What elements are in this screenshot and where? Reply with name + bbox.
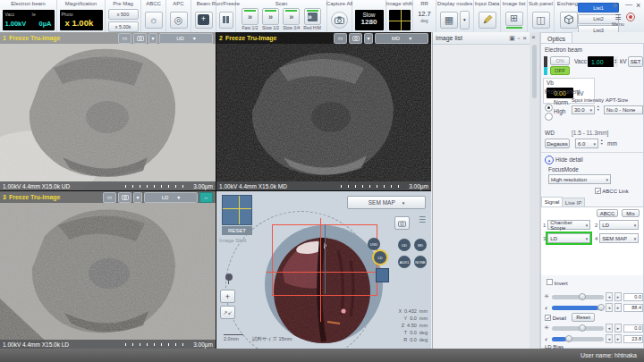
scale-ticks [341, 185, 405, 188]
spot-intensity-dropdown[interactable]: 30.0▾ [572, 105, 595, 114]
apc-button[interactable]: ◎ [170, 12, 188, 29]
mix-button[interactable]: Mix [622, 209, 640, 217]
degauss-button[interactable]: Degauss [545, 139, 570, 148]
spot-spinner[interactable]: ▲▼ [597, 105, 599, 112]
decrement-arrow[interactable]: ◂ [606, 303, 613, 312]
decrement-arrow[interactable]: ◂ [606, 292, 613, 301]
rr-value: 12.7 [418, 10, 431, 18]
float-panel-icon[interactable]: ▫ [518, 35, 520, 41]
detail-contrast-slider[interactable] [552, 337, 604, 341]
detector-uvd-button[interactable]: UVD [368, 238, 380, 250]
apt-size-dropdown[interactable]: No.0 - None [604, 105, 643, 114]
probe-high-radio[interactable] [545, 108, 553, 124]
set-button[interactable]: SET [628, 56, 643, 67]
increment-arrow[interactable]: ▸ [614, 324, 622, 333]
image-shift-pad[interactable] [222, 195, 252, 225]
header-more-dropdown[interactable]: ▾ [148, 33, 157, 44]
run-freeze-group: Run/Freeze [216, 0, 236, 32]
signal-1-dropdown[interactable]: Chamber Scope▾ [547, 220, 590, 230]
abcc-button[interactable]: ☼ [145, 12, 163, 29]
detector-md-button[interactable]: MD [414, 239, 427, 251]
optics-scrollbar[interactable] [532, 45, 537, 98]
increment-arrow[interactable]: ▸ [614, 303, 622, 312]
decrement-arrow[interactable]: ◂ [606, 334, 613, 343]
detector-aux1-button[interactable]: AUX1 [398, 256, 411, 268]
scan-slow-34-button[interactable]: » [283, 8, 300, 25]
signal-2-dropdown[interactable]: LD▾ [599, 220, 639, 230]
minimize-button[interactable]: — [625, 0, 632, 8]
spinner-icon[interactable]: ▲▼ [614, 56, 618, 67]
detail-reset-button[interactable]: Reset [572, 313, 595, 322]
signal-3-dropdown[interactable]: LD▾ [547, 233, 590, 243]
beam-button[interactable]: + [195, 12, 213, 29]
exchange-signal-icon[interactable]: ↔ [199, 192, 213, 203]
dock-panel-icon[interactable]: ▣ [509, 35, 515, 42]
capture-all-button[interactable] [331, 12, 348, 29]
image-shift-reset-button[interactable]: RESET [222, 226, 252, 235]
abcc-link-checkbox[interactable]: ✓ ABCC Link [595, 188, 629, 194]
capture-button[interactable] [349, 33, 362, 44]
image-shift-widget[interactable] [389, 10, 411, 30]
scan-red-hm-button[interactable]: » [304, 8, 321, 25]
pin-marker-icon[interactable] [225, 274, 233, 281]
live-view-button[interactable]: ▭ [334, 33, 347, 44]
sub-panel-button[interactable]: ◫ [532, 12, 550, 29]
decrement-arrow[interactable]: ◂ [606, 324, 613, 333]
detector-select[interactable]: LD▾ [144, 192, 198, 203]
ht-off-button[interactable]: OFF [550, 66, 570, 75]
detector-ld-button[interactable]: LD [374, 251, 386, 264]
chamber-menu-icon[interactable]: ☰ [419, 215, 426, 224]
focus-mode-dropdown[interactable]: High resolution▾ [548, 174, 611, 184]
scan-fast-half-button[interactable]: » [242, 8, 258, 25]
capture-button[interactable] [133, 33, 147, 44]
wd-spinner[interactable]: ▲▼ [600, 139, 603, 146]
contrast-slider[interactable] [552, 306, 604, 310]
increment-arrow[interactable]: ▸ [614, 292, 622, 301]
quadrant-4-sem-map[interactable]: RESET Image Shift SEM MAP ▾ ☰ UVD LD UD … [216, 191, 431, 349]
collapse-icon[interactable]: ▴ [545, 156, 554, 164]
exchange-button[interactable] [560, 12, 578, 29]
image-list-button[interactable]: ⊞ [505, 12, 523, 26]
display-modes-button[interactable]: ▦ [440, 12, 458, 29]
quadrant-3[interactable]: 3 Freeze Tru-Image ▭ ▾ LD▾ ↔ 1.00kV 4.4m… [0, 191, 216, 349]
close-button[interactable]: × [636, 1, 640, 10]
increment-arrow[interactable]: ▸ [614, 334, 622, 343]
detector-select[interactable]: UD▾ [159, 33, 213, 44]
display-modes-dropdown[interactable]: ▾ [460, 11, 470, 29]
signal-4-dropdown[interactable]: SEM MAP▾ [599, 233, 639, 243]
pre-mag-5k-button[interactable]: x 5.00k [108, 21, 139, 32]
live-view-button[interactable]: ▭ [118, 33, 131, 44]
sem-map-dropdown[interactable]: SEM MAP ▾ [347, 196, 426, 209]
input-data-button[interactable] [479, 12, 496, 29]
close-panel-icon[interactable]: × [522, 34, 527, 42]
zoom-in-button[interactable]: + [220, 290, 235, 303]
capture-button[interactable] [118, 192, 131, 203]
live-view-button[interactable]: ▭ [103, 192, 116, 203]
menu-control[interactable]: ☰ Menu [612, 14, 624, 27]
abcc-signal-button[interactable]: ABCC [597, 209, 618, 217]
wd-dropdown[interactable]: 6.0▾ [575, 139, 598, 148]
invert-checkbox[interactable]: Invert [547, 279, 568, 286]
brightness-slider[interactable] [552, 295, 604, 299]
detector-none-button[interactable]: NONE [414, 256, 427, 268]
detail-checkbox[interactable]: ✓ Detail [545, 315, 566, 321]
wd-range: [1.5 - 11.3mm] [572, 130, 608, 136]
detector-select[interactable]: MD▾ [375, 33, 428, 44]
header-more-dropdown[interactable]: ▾ [364, 33, 373, 44]
chamber-camera-button[interactable] [394, 216, 410, 230]
quadrant-1[interactable]: 1 Freeze Tru-Image ▭ ▾ UD▾ 1.00kV 4.4mm … [0, 32, 216, 190]
expand-view-button[interactable]: ↗↙ [220, 306, 235, 319]
hide-detail-link[interactable]: Hide detail [555, 156, 583, 163]
move-window-icon[interactable]: ✛ [612, 2, 618, 10]
detail-brightness-slider[interactable] [552, 326, 604, 331]
close-optics-icon[interactable]: × [531, 33, 536, 41]
pre-mag-500-button[interactable]: x 500 [108, 9, 139, 20]
record-button[interactable] [626, 13, 635, 21]
scan-slow-half-button[interactable]: » [262, 8, 279, 25]
quadrant-2[interactable]: 2 Freeze Tru-Image ▭ ▾ MD▾ 1.00kV 4.4mm … [216, 32, 431, 190]
ht-on-button[interactable]: ON [550, 56, 570, 65]
vacc-display[interactable]: 1.00 ▲▼ [588, 56, 618, 67]
run-freeze-button[interactable] [219, 12, 233, 29]
header-more-dropdown[interactable]: ▾ [133, 192, 142, 203]
detector-ud-button[interactable]: UD [398, 239, 411, 251]
